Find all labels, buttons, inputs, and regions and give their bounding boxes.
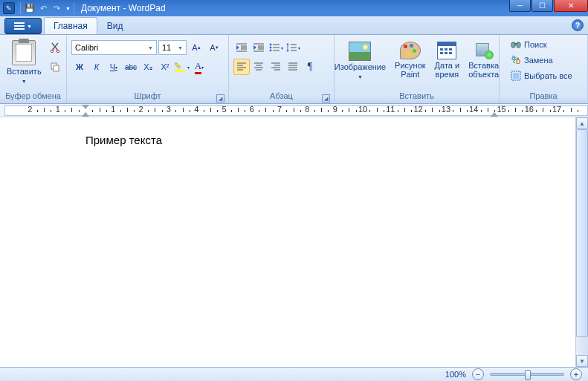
font-name-select[interactable]: Calibri▼ bbox=[71, 40, 157, 55]
menu-icon bbox=[14, 25, 25, 27]
insert-object-label: Вставка объекта bbox=[468, 61, 499, 79]
align-justify-button[interactable] bbox=[285, 59, 301, 75]
file-menu-button[interactable]: ▼ bbox=[4, 18, 42, 34]
status-bar: 100% − + bbox=[0, 367, 588, 381]
bold-button[interactable]: Ж bbox=[71, 59, 88, 75]
font-color-button[interactable]: A ▾ bbox=[191, 59, 207, 75]
svg-point-7 bbox=[269, 50, 271, 52]
titlebar: ✎ 💾 ↶ ↷ ▼ Документ - WordPad ─ ☐ ✕ bbox=[0, 0, 588, 16]
calendar-icon bbox=[437, 42, 456, 59]
font-size-value: 11 bbox=[162, 43, 171, 52]
ribbon: Вставить▼ Буфер обмена Calibri▼ 11▼ A▴ A… bbox=[0, 35, 588, 104]
font-name-value: Calibri bbox=[75, 43, 98, 52]
group-paragraph: ▾ ▾ ¶ Абзац◢ bbox=[229, 35, 335, 103]
binoculars-icon bbox=[511, 39, 521, 50]
find-button[interactable]: Поиск bbox=[507, 38, 576, 51]
font-dialog-launcher[interactable]: ◢ bbox=[216, 94, 224, 102]
cut-button[interactable] bbox=[47, 39, 63, 56]
insert-datetime-button[interactable]: Дата и время bbox=[431, 39, 464, 81]
group-label-paragraph: Абзац bbox=[270, 91, 293, 100]
align-left-button[interactable] bbox=[233, 59, 250, 75]
insert-paint-button[interactable]: Рисунок Paint bbox=[391, 39, 430, 81]
line-spacing-button[interactable]: ▾ bbox=[285, 39, 301, 56]
copy-button[interactable] bbox=[47, 59, 63, 75]
first-line-indent-marker[interactable] bbox=[82, 105, 89, 109]
quick-access-toolbar: 💾 ↶ ↷ ▼ bbox=[20, 2, 74, 14]
group-label-clipboard: Буфер обмена bbox=[3, 91, 63, 103]
find-label: Поиск bbox=[524, 40, 546, 49]
close-button[interactable]: ✕ bbox=[554, 0, 588, 12]
select-all-label: Выбрать все bbox=[524, 71, 572, 80]
ruler[interactable]: 211234567891011121314151617 bbox=[0, 104, 588, 117]
paste-icon bbox=[12, 40, 36, 65]
right-indent-marker[interactable] bbox=[491, 112, 498, 117]
scroll-up-button[interactable]: ▲ bbox=[576, 117, 588, 129]
svg-point-6 bbox=[269, 47, 271, 49]
svg-point-5 bbox=[269, 44, 271, 46]
paragraph-button[interactable]: ¶ bbox=[302, 59, 318, 75]
vertical-scrollbar[interactable]: ▲ ▼ bbox=[575, 117, 588, 367]
decrease-indent-button[interactable] bbox=[233, 39, 250, 56]
zoom-out-button[interactable]: − bbox=[472, 368, 484, 380]
help-button[interactable]: ? bbox=[572, 19, 584, 31]
paste-button[interactable]: Вставить▼ bbox=[3, 38, 45, 88]
insert-object-button[interactable]: Вставка объекта bbox=[465, 39, 503, 81]
zoom-slider[interactable] bbox=[490, 373, 564, 376]
scroll-down-button[interactable]: ▼ bbox=[576, 355, 588, 367]
document-area[interactable]: Пример текста bbox=[0, 117, 588, 367]
minimize-button[interactable]: ─ bbox=[509, 0, 531, 12]
zoom-in-button[interactable]: + bbox=[570, 368, 582, 380]
superscript-button[interactable]: X² bbox=[157, 59, 173, 75]
select-all-icon bbox=[511, 71, 521, 81]
shrink-font-button[interactable]: A▾ bbox=[206, 39, 222, 56]
underline-button[interactable]: Ч ▾ bbox=[106, 59, 122, 75]
save-icon[interactable]: 💾 bbox=[24, 2, 36, 14]
svg-rect-4 bbox=[175, 70, 184, 72]
group-label-editing: Правка bbox=[503, 91, 584, 103]
svg-rect-14 bbox=[513, 73, 519, 79]
tab-view[interactable]: Вид bbox=[97, 17, 133, 34]
picture-icon bbox=[349, 42, 371, 61]
document-text[interactable]: Пример текста bbox=[0, 117, 588, 146]
object-icon bbox=[474, 42, 494, 59]
window-title: Документ - WordPad bbox=[81, 3, 166, 13]
insert-paint-label: Рисунок Paint bbox=[395, 61, 426, 79]
increase-indent-button[interactable] bbox=[251, 39, 267, 56]
bullet-list-button[interactable]: ▾ bbox=[268, 39, 284, 56]
zoom-value: 100% bbox=[445, 370, 466, 379]
group-clipboard: Вставить▼ Буфер обмена bbox=[0, 35, 67, 103]
paragraph-dialog-launcher[interactable]: ◢ bbox=[322, 94, 330, 102]
scroll-thumb[interactable] bbox=[576, 129, 588, 337]
strike-button[interactable]: abc bbox=[123, 59, 139, 75]
svg-rect-10 bbox=[514, 43, 517, 45]
select-all-button[interactable]: Выбрать все bbox=[507, 69, 576, 82]
ribbon-tabs: ▼ Главная Вид ? bbox=[0, 16, 588, 35]
insert-picture-button[interactable]: Изображение▼ bbox=[331, 39, 390, 84]
zoom-slider-thumb[interactable] bbox=[525, 370, 531, 380]
align-right-button[interactable] bbox=[268, 59, 284, 75]
tab-home[interactable]: Главная bbox=[44, 17, 97, 34]
grow-font-button[interactable]: A▴ bbox=[188, 39, 204, 56]
svg-rect-3 bbox=[54, 65, 59, 71]
highlight-button[interactable]: ▾ bbox=[174, 59, 190, 75]
replace-button[interactable]: ab Замена bbox=[507, 53, 576, 67]
group-editing: Поиск ab Замена Выбрать все Правка bbox=[500, 35, 588, 103]
subscript-button[interactable]: X₂ bbox=[140, 59, 156, 75]
hanging-indent-marker[interactable] bbox=[82, 112, 89, 117]
chevron-down-icon: ▼ bbox=[27, 24, 32, 29]
paint-icon bbox=[400, 42, 421, 59]
font-size-select[interactable]: 11▼ bbox=[158, 40, 187, 55]
insert-datetime-label: Дата и время bbox=[435, 61, 460, 79]
window-controls: ─ ☐ ✕ bbox=[509, 0, 588, 12]
group-font: Calibri▼ 11▼ A▴ A▾ Ж К Ч ▾ abc X₂ X² ▾ A… bbox=[67, 35, 229, 103]
group-label-insert: Вставить bbox=[337, 91, 496, 103]
undo-icon[interactable]: ↶ bbox=[37, 2, 49, 14]
maximize-button[interactable]: ☐ bbox=[532, 0, 553, 12]
paste-label: Вставить bbox=[7, 67, 42, 76]
align-center-button[interactable] bbox=[251, 59, 267, 75]
wordpad-icon[interactable]: ✎ bbox=[3, 2, 15, 14]
qat-dropdown[interactable]: ▼ bbox=[65, 6, 71, 11]
group-label-font: Шрифт bbox=[134, 91, 161, 100]
italic-button[interactable]: К bbox=[88, 59, 105, 75]
redo-icon[interactable]: ↷ bbox=[51, 2, 62, 14]
